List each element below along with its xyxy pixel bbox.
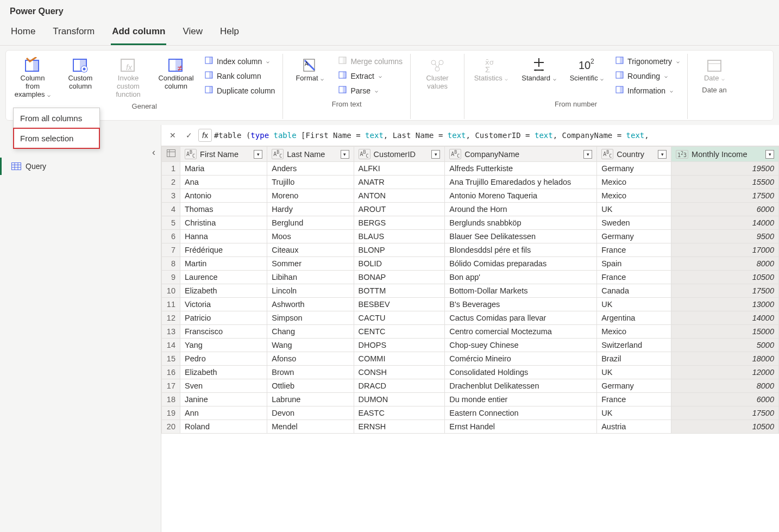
date-icon <box>703 56 725 74</box>
index-column-button[interactable]: Index column⌵ <box>203 55 272 67</box>
group-label: From number <box>555 100 597 108</box>
standard-button[interactable]: Standard ⌵ <box>518 55 560 83</box>
duplicate-column-button[interactable]: Duplicate column <box>203 84 277 97</box>
group-label: General <box>132 102 157 110</box>
svg-rect-1 <box>33 60 39 71</box>
cluster-values-button: Cluster values <box>416 55 458 91</box>
svg-rect-20 <box>343 57 346 64</box>
svg-rect-14 <box>209 72 212 78</box>
custom-column-button[interactable]: Custom column <box>59 55 102 91</box>
svg-text:Σ: Σ <box>485 65 490 73</box>
format-button[interactable]: AFormat ⌵ <box>288 55 331 83</box>
ribbon-tabs: HomeTransformAdd columnViewHelp <box>0 21 779 46</box>
svg-point-36 <box>542 70 543 71</box>
rounding-button[interactable]: Rounding⌵ <box>613 70 670 82</box>
svg-rect-40 <box>620 57 623 64</box>
svg-rect-22 <box>343 72 346 78</box>
svg-text:2: 2 <box>590 58 594 65</box>
svg-rect-42 <box>620 72 623 78</box>
tab-home[interactable]: Home <box>10 21 36 45</box>
group-label: From text <box>332 100 362 108</box>
tab-transform[interactable]: Transform <box>52 21 96 45</box>
parse-button[interactable]: Parse⌵ <box>336 84 380 97</box>
svg-point-5 <box>83 68 86 71</box>
svg-text:≠: ≠ <box>178 64 183 73</box>
index-column-icon <box>205 56 213 66</box>
svg-line-28 <box>435 64 437 67</box>
merge-columns-button: Merge columns <box>336 55 405 67</box>
custom-column-icon <box>70 56 91 74</box>
svg-text:10: 10 <box>579 59 590 71</box>
statistics-button: x̄σΣStatistics ⌵ <box>470 55 512 83</box>
cluster-values-icon <box>426 56 448 74</box>
tab-add-column[interactable]: Add column <box>111 21 166 45</box>
duplicate-column-icon <box>205 85 213 96</box>
group-label: Date an <box>702 86 727 94</box>
svg-point-27 <box>435 67 439 71</box>
information-button[interactable]: Information⌵ <box>613 84 675 97</box>
rank-column-icon <box>205 71 213 81</box>
rounding-icon <box>615 71 624 81</box>
svg-rect-44 <box>620 86 623 93</box>
trigonometry-icon <box>615 56 624 66</box>
scientific-icon: 102 <box>576 56 598 74</box>
ribbon: Column from examples ⌵Custom columnfxInv… <box>5 50 774 121</box>
svg-text:A: A <box>305 61 309 67</box>
trigonometry-button[interactable]: Trigonometry⌵ <box>613 55 682 67</box>
date-button: Date ⌵ <box>693 55 736 83</box>
column-from-examples-menu: From all columnsFrom selection <box>13 108 100 121</box>
merge-columns-icon <box>338 56 347 66</box>
information-icon <box>615 85 624 96</box>
svg-rect-12 <box>209 57 212 64</box>
statistics-icon: x̄σΣ <box>480 56 502 74</box>
conditional-column-button[interactable]: ≠Conditional column <box>155 55 197 91</box>
tab-help[interactable]: Help <box>219 21 240 45</box>
scientific-button[interactable]: 102Scientific ⌵ <box>566 55 608 83</box>
svg-rect-16 <box>209 86 212 93</box>
conditional-column-icon: ≠ <box>165 56 187 74</box>
app-title: Power Query <box>0 0 779 21</box>
column-from-examples-button[interactable]: Column from examples ⌵ <box>11 55 54 99</box>
svg-line-29 <box>438 64 439 67</box>
tab-view[interactable]: View <box>181 21 204 45</box>
svg-text:fx: fx <box>126 63 133 72</box>
column-from-examples-icon <box>22 56 43 74</box>
extract-button[interactable]: Extract⌵ <box>336 70 384 82</box>
svg-point-35 <box>535 70 537 71</box>
svg-rect-45 <box>708 60 721 71</box>
rank-column-button[interactable]: Rank column <box>203 70 263 82</box>
standard-icon <box>528 56 550 74</box>
invoke-custom-function-button: fxInvoke custom function <box>107 55 149 99</box>
format-icon: A <box>299 56 321 74</box>
menu-item-from-all-columns[interactable]: From all columns <box>14 108 99 121</box>
invoke-custom-function-icon: fx <box>117 56 139 74</box>
svg-rect-24 <box>343 86 346 93</box>
extract-icon <box>338 71 347 81</box>
parse-icon <box>338 85 347 96</box>
